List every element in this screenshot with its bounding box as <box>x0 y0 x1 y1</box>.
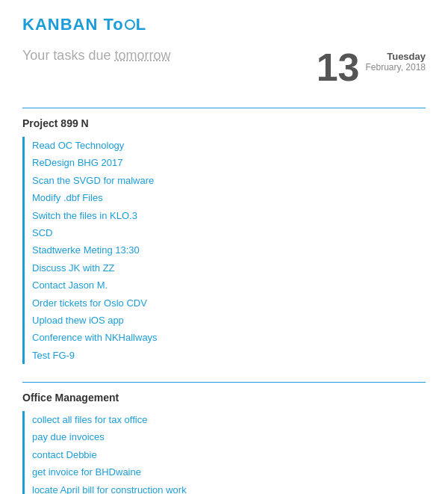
task-item[interactable]: Stadtwerke Meting 13:30 <box>32 241 426 259</box>
task-item[interactable]: get invoice for BHDwaine <box>32 463 426 481</box>
task-item[interactable]: Conference with NKHallways <box>32 329 426 346</box>
task-item[interactable]: Contact Jason M. <box>32 277 426 294</box>
task-item[interactable]: pay due invoices <box>32 428 426 445</box>
project-title-1: Office Management <box>22 392 426 404</box>
task-item[interactable]: SCD <box>32 224 426 241</box>
subtitle: Your tasks due tomorrow <box>22 48 170 64</box>
date-block: 13 Tuesday February, 2018 <box>317 48 426 87</box>
app-logo: KANBAN ToL <box>22 15 426 34</box>
task-item[interactable]: Upload thew iOS app <box>32 312 426 329</box>
task-item[interactable]: collect all files for tax office <box>32 411 426 428</box>
task-list-0: Read OC TechnologyReDesign BHG 2017Scan … <box>22 137 426 364</box>
subtitle-prefix: Your tasks due <box>22 48 114 63</box>
task-item[interactable]: contact Debbie <box>32 446 426 463</box>
projects-container: Project 899 NRead OC TechnologyReDesign … <box>22 108 426 494</box>
date-text: Tuesday February, 2018 <box>366 48 426 72</box>
task-item[interactable]: Test FG-9 <box>32 347 426 364</box>
date-month: February, 2018 <box>366 62 426 72</box>
task-item[interactable]: Modify .dbf Files <box>32 189 426 206</box>
task-item[interactable]: Read OC Technology <box>32 137 426 154</box>
task-item[interactable]: ReDesign BHG 2017 <box>32 154 426 171</box>
task-item[interactable]: locate April bill for construction work <box>32 481 426 494</box>
task-item[interactable]: Discuss JK with ZZ <box>32 259 426 277</box>
task-item[interactable]: Order tickets for Oslo CDV <box>32 294 426 312</box>
task-list-1: collect all files for tax officepay due … <box>22 411 426 494</box>
subtitle-row: Your tasks due tomorrow 13 Tuesday Febru… <box>22 48 426 90</box>
task-item[interactable]: Switch the files in KLO.3 <box>32 207 426 224</box>
subtitle-highlight: tomorrow <box>114 48 170 63</box>
main-container: KANBAN ToL Your tasks due tomorrow 13 Tu… <box>0 0 448 494</box>
date-day: Tuesday <box>366 51 426 62</box>
task-item[interactable]: Scan the SVGD for malware <box>32 172 426 189</box>
project-title-0: Project 899 N <box>22 117 426 129</box>
date-number: 13 <box>317 48 360 87</box>
